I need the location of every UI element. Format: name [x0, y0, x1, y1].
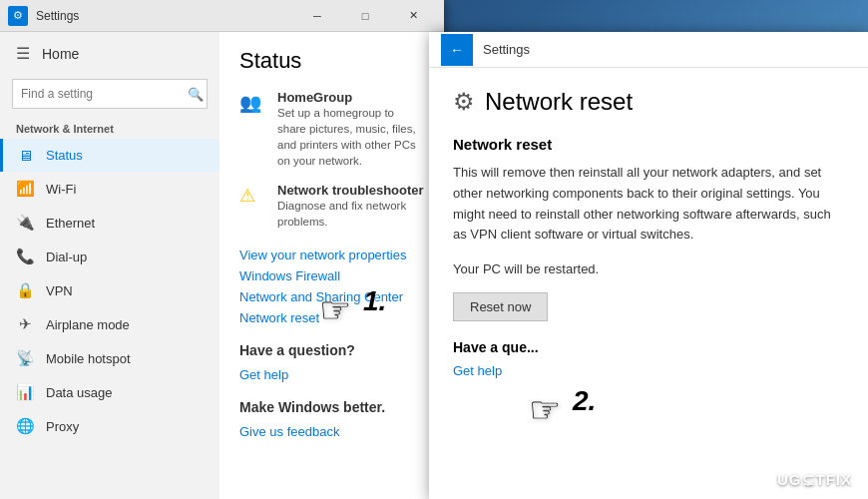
panel-main-heading: ⚙ Network reset: [453, 88, 844, 116]
warning-icon: ⚠: [239, 185, 267, 207]
sidebar-item-dialup[interactable]: 📞 Dial-up: [0, 240, 219, 273]
panel-title: Settings: [483, 42, 530, 57]
maximize-button[interactable]: □: [342, 0, 388, 32]
sidebar: ☰ Home 🔍 Network & Internet 🖥 Status 📶 W…: [0, 32, 219, 499]
troubleshooter-item: ⚠ Network troubleshooter Diagnose and fi…: [239, 183, 424, 230]
dialup-icon: 📞: [16, 248, 34, 265]
homegroup-icon: 👥: [239, 92, 267, 114]
troubleshooter-content: Network troubleshooter Diagnose and fix …: [277, 183, 424, 230]
close-button[interactable]: ✕: [390, 0, 436, 32]
main-title: Status: [239, 48, 424, 74]
sidebar-section-label: Network & Internet: [0, 117, 219, 139]
network-sharing-center-link[interactable]: Network and Sharing Center: [239, 286, 424, 307]
sidebar-item-wifi-label: Wi-Fi: [46, 182, 76, 197]
make-better-heading: Make Windows better.: [239, 399, 424, 415]
sidebar-item-status[interactable]: 🖥 Status: [0, 139, 219, 172]
panel-gear-icon: ⚙: [453, 88, 475, 116]
panel-description: This will remove then reinstall all your…: [453, 163, 844, 246]
homegroup-title: HomeGroup: [277, 90, 424, 105]
status-icon: 🖥: [16, 147, 34, 164]
troubleshooter-title: Network troubleshooter: [277, 183, 424, 198]
have-question-heading: Have a question?: [239, 342, 424, 358]
sidebar-item-dialup-label: Dial-up: [46, 250, 87, 264]
panel-back-button[interactable]: ←: [441, 34, 473, 66]
sidebar-item-wifi[interactable]: 📶 Wi-Fi: [0, 172, 219, 206]
reset-now-button[interactable]: Reset now: [453, 292, 548, 321]
network-reset-panel: ← Settings ⚙ Network reset Network reset…: [429, 32, 868, 499]
hotspot-icon: 📡: [16, 349, 34, 367]
panel-title-bar: ← Settings: [429, 32, 868, 68]
homegroup-item: 👥 HomeGroup Set up a homegroup to share …: [239, 90, 424, 169]
window-title: Settings: [36, 9, 294, 23]
panel-sub-heading: Network reset: [453, 136, 844, 153]
panel-get-help-link[interactable]: Get help: [453, 363, 502, 378]
minimize-button[interactable]: ─: [294, 0, 340, 32]
get-help-link[interactable]: Get help: [239, 364, 424, 385]
settings-body: ☰ Home 🔍 Network & Internet 🖥 Status 📶 W…: [0, 32, 444, 499]
sidebar-item-vpn-label: VPN: [46, 283, 73, 298]
sidebar-item-hotspot[interactable]: 📡 Mobile hotspot: [0, 341, 219, 375]
airplane-icon: ✈: [16, 315, 34, 333]
wifi-icon: 📶: [16, 180, 34, 198]
proxy-icon: 🌐: [16, 417, 34, 435]
sidebar-item-proxy[interactable]: 🌐 Proxy: [0, 409, 219, 443]
sidebar-item-ethernet[interactable]: 🔌 Ethernet: [0, 206, 219, 240]
settings-window-icon: ⚙: [8, 6, 28, 26]
sidebar-item-datausage-label: Data usage: [46, 385, 113, 400]
sidebar-item-vpn[interactable]: 🔒 VPN: [0, 273, 219, 307]
sidebar-item-status-label: Status: [46, 148, 83, 163]
triangle-warning-icon: ⚠: [239, 186, 255, 206]
homegroup-description: Set up a homegroup to share pictures, mu…: [277, 105, 424, 169]
sidebar-item-airplane[interactable]: ✈ Airplane mode: [0, 307, 219, 341]
settings-window: ⚙ Settings ─ □ ✕ ☰ Home 🔍 Network & Inte…: [0, 0, 444, 499]
homegroup-content: HomeGroup Set up a homegroup to share pi…: [277, 90, 424, 169]
sidebar-item-datausage[interactable]: 📊 Data usage: [0, 375, 219, 409]
search-icon-button[interactable]: 🔍: [188, 87, 204, 102]
vpn-icon: 🔒: [16, 281, 34, 299]
search-box: 🔍: [12, 79, 208, 109]
sidebar-item-ethernet-label: Ethernet: [46, 216, 95, 231]
panel-note: Your PC will be restarted.: [453, 261, 844, 276]
windows-firewall-link[interactable]: Windows Firewall: [239, 265, 424, 286]
sidebar-home-button[interactable]: ☰ Home: [0, 32, 219, 75]
home-icon: ☰: [16, 44, 30, 63]
sidebar-home-label: Home: [42, 46, 79, 62]
panel-have-question: Have a que...: [453, 339, 844, 355]
network-properties-link[interactable]: View your network properties: [239, 245, 424, 265]
network-reset-container: Network reset: [239, 307, 319, 328]
sidebar-item-hotspot-label: Mobile hotspot: [46, 351, 131, 366]
sidebar-item-airplane-label: Airplane mode: [46, 317, 130, 332]
main-content: Status 👥 HomeGroup Set up a homegroup to…: [219, 32, 444, 499]
search-input[interactable]: [12, 79, 208, 109]
feedback-link[interactable]: Give us feedback: [239, 421, 424, 442]
reset-btn-container: Reset now: [453, 292, 548, 339]
window-controls: ─ □ ✕: [294, 0, 436, 32]
troubleshooter-description: Diagnose and fix network problems.: [277, 198, 424, 230]
panel-body: ⚙ Network reset Network reset This will …: [429, 68, 868, 499]
datausage-icon: 📊: [16, 383, 34, 401]
brand-text: UG⊊TFIX: [777, 471, 852, 488]
panel-heading-text: Network reset: [485, 88, 633, 116]
network-reset-link[interactable]: Network reset: [239, 307, 319, 328]
ethernet-icon: 🔌: [16, 214, 34, 232]
title-bar: ⚙ Settings ─ □ ✕: [0, 0, 444, 32]
brand-watermark: UG⊊TFIX: [777, 471, 852, 489]
settings-icon: ⚙: [13, 9, 23, 22]
back-arrow-icon: ←: [450, 42, 464, 58]
sidebar-item-proxy-label: Proxy: [46, 419, 79, 434]
